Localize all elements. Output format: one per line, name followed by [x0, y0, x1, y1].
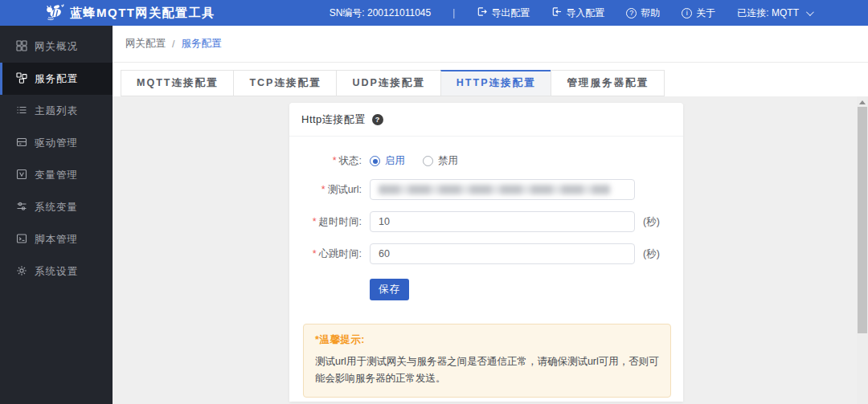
scrollbar-up-arrow-icon[interactable]	[859, 100, 866, 104]
status-disabled-radio[interactable]: 禁用	[423, 154, 458, 168]
sidebar-item-service-config[interactable]: 服务配置	[0, 63, 113, 95]
test-url-input[interactable]	[370, 179, 635, 200]
sidebar-item-driver-management[interactable]: 驱动管理	[0, 127, 113, 159]
timeout-row: *超时时间: (秒)	[289, 211, 683, 232]
tip-body: 测试url用于测试网关与服务器之间是否通信正常，请确保测试url可用，否则可能会…	[315, 353, 659, 386]
tab-http-config[interactable]: HTTP连接配置	[440, 70, 552, 96]
sidebar-item-label: 网关概况	[35, 40, 78, 54]
variable-icon	[16, 169, 27, 182]
sidebar-item-label: 驱动管理	[35, 137, 78, 150]
help-button[interactable]: ? 帮助	[626, 6, 660, 20]
card-help-icon[interactable]: ?	[372, 114, 383, 125]
main-area: 网关配置 / 服务配置 MQTT连接配置 TCP连接配置 UDP连接配置 HTT…	[113, 26, 868, 404]
sidebar-item-gateway-overview[interactable]: 网关概况	[0, 31, 113, 63]
heartbeat-input[interactable]	[370, 243, 635, 264]
http-config-card: Http连接配置 ? *状态: 启用 禁用	[289, 103, 683, 402]
sidebar-item-script-management[interactable]: 脚本管理	[0, 223, 113, 255]
topic-list-icon	[16, 104, 27, 118]
service-config-icon	[16, 72, 27, 86]
timeout-label: *超时时间:	[289, 215, 370, 229]
tab-management-server-config[interactable]: 管理服务器配置	[551, 70, 665, 96]
connection-status-label: 已连接: MQTT	[737, 6, 799, 20]
sidebar-item-variable-management[interactable]: 变量管理	[0, 159, 113, 191]
connection-tabs: MQTT连接配置 TCP连接配置 UDP连接配置 HTTP连接配置 管理服务器配…	[113, 63, 868, 96]
scrollbar-thumb[interactable]	[858, 107, 867, 333]
save-button[interactable]: 保存	[370, 279, 409, 300]
breadcrumb-parent[interactable]: 网关配置	[125, 37, 166, 51]
tab-tcp-config[interactable]: TCP连接配置	[233, 70, 337, 96]
redacted-url-value	[379, 185, 610, 194]
timeout-unit: (秒)	[643, 215, 660, 229]
sn-number: SN编号: 200121011045	[330, 6, 432, 20]
import-icon	[551, 6, 562, 19]
tab-udp-config[interactable]: UDP连接配置	[336, 70, 440, 96]
system-variable-icon	[16, 201, 27, 214]
status-label: *状态:	[289, 154, 370, 168]
breadcrumb: 网关配置 / 服务配置	[113, 26, 868, 63]
sidebar-item-label: 系统设置	[35, 265, 78, 279]
sidebar-item-label: 主题列表	[35, 104, 78, 118]
export-icon	[477, 6, 487, 19]
sidebar-item-topic-list[interactable]: 主题列表	[0, 95, 113, 127]
sidebar-item-label: 变量管理	[35, 169, 78, 182]
sidebar-item-system-settings[interactable]: 系统设置	[0, 255, 113, 288]
app-header: 蓝蜂MQTT网关配置工具 SN编号: 200121011045 | 导出配置 导…	[0, 0, 868, 26]
sidebar-item-label: 脚本管理	[35, 233, 78, 247]
sidebar-item-label: 服务配置	[35, 72, 78, 86]
heartbeat-unit: (秒)	[643, 247, 660, 261]
breadcrumb-current[interactable]: 服务配置	[181, 37, 221, 51]
gear-icon	[16, 265, 27, 279]
tip-box: *温馨提示: 测试url用于测试网关与服务器之间是否通信正常，请确保测试url可…	[303, 324, 671, 398]
radio-selected-icon	[370, 156, 380, 166]
radio-unselected-icon	[423, 156, 433, 166]
sidebar-item-label: 系统变量	[35, 201, 78, 214]
heartbeat-label: *心跳时间:	[289, 247, 370, 261]
help-icon: ?	[626, 8, 637, 18]
card-title: Http连接配置	[301, 112, 366, 127]
tab-content-area: Http连接配置 ? *状态: 启用 禁用	[113, 96, 868, 404]
header-divider: |	[452, 7, 455, 18]
connection-status-dropdown[interactable]: 已连接: MQTT	[737, 6, 812, 20]
dashboard-icon	[16, 40, 27, 54]
info-icon: i	[682, 8, 692, 18]
header-actions: SN编号: 200121011045 | 导出配置 导入配置 ? 帮助	[330, 6, 868, 20]
status-radio-group: 启用 禁用	[370, 154, 458, 168]
sidebar-item-system-variables[interactable]: 系统变量	[0, 191, 113, 223]
bee-logo-icon	[43, 3, 64, 23]
import-config-button[interactable]: 导入配置	[551, 6, 604, 20]
sidebar-nav: 网关概况 服务配置 主题列表 驱动管理 变量管理 系统变量 脚本管理 系统设置	[0, 26, 113, 404]
about-button[interactable]: i 关于	[682, 6, 715, 20]
heartbeat-row: *心跳时间: (秒)	[289, 243, 683, 264]
export-config-button[interactable]: 导出配置	[477, 6, 530, 20]
card-header: Http连接配置 ?	[289, 103, 683, 137]
timeout-input[interactable]	[370, 211, 635, 232]
breadcrumb-separator: /	[172, 39, 174, 50]
status-enabled-radio[interactable]: 启用	[370, 154, 405, 168]
vertical-scrollbar[interactable]	[857, 96, 868, 404]
http-config-form: *状态: 启用 禁用 *测试url:	[289, 137, 683, 398]
test-url-label: *测试url:	[289, 183, 370, 197]
driver-icon	[16, 137, 27, 150]
script-icon	[16, 233, 27, 247]
tab-mqtt-config[interactable]: MQTT连接配置	[121, 70, 234, 96]
app-title: 蓝蜂MQTT网关配置工具	[70, 6, 215, 21]
test-url-row: *测试url:	[289, 179, 683, 200]
status-row: *状态: 启用 禁用	[289, 154, 683, 168]
tip-title: *温馨提示:	[315, 333, 659, 347]
chevron-down-icon	[806, 8, 814, 16]
app-brand: 蓝蜂MQTT网关配置工具	[0, 3, 215, 23]
